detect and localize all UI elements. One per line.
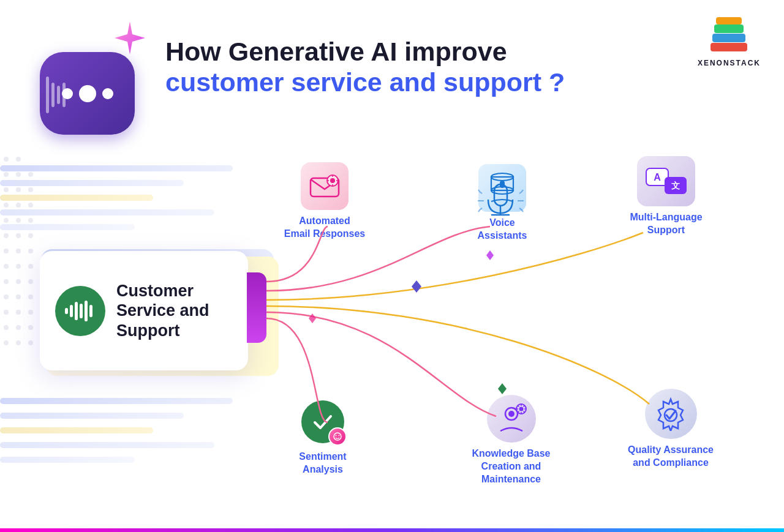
svg-rect-51 xyxy=(89,305,92,317)
decorative-lines-lower xyxy=(0,398,233,463)
card-text: Customer Service and Support xyxy=(116,281,209,340)
svg-point-63 xyxy=(334,433,341,440)
svg-point-28 xyxy=(28,294,33,299)
svg-point-1 xyxy=(16,157,21,162)
svg-rect-47 xyxy=(70,305,73,317)
title-line2: customer service and support ? xyxy=(165,67,565,99)
svg-point-20 xyxy=(4,264,9,269)
svg-point-36 xyxy=(16,340,21,345)
multilang-icon: A 文 xyxy=(637,156,695,206)
email-svg-icon xyxy=(309,173,340,199)
svg-point-64 xyxy=(336,435,337,436)
card-line1: Customer xyxy=(116,282,194,300)
svg-rect-48 xyxy=(75,302,78,320)
svg-point-31 xyxy=(28,310,33,315)
card-line2: Service and xyxy=(116,301,209,320)
svg-rect-44 xyxy=(714,24,744,33)
quality-svg-icon xyxy=(654,397,688,431)
sentiment-icon xyxy=(299,398,347,446)
svg-rect-46 xyxy=(65,308,68,314)
voice-mic-icon xyxy=(475,175,527,227)
svg-rect-43 xyxy=(712,34,745,42)
svg-point-54 xyxy=(330,178,335,183)
svg-rect-41 xyxy=(62,83,66,107)
svg-point-67 xyxy=(508,411,514,417)
topic-multilang: A 文 Multi-LanguageSupport xyxy=(619,156,714,237)
svg-rect-40 xyxy=(57,86,60,104)
svg-point-17 xyxy=(4,249,9,253)
email-label: AutomatedEmail Responses xyxy=(284,215,366,241)
quality-icon xyxy=(645,389,697,439)
topic-knowledge: Knowledge BaseCreation andMaintenance xyxy=(467,395,556,485)
topic-sentiment: SentimentAnalysis xyxy=(283,398,363,476)
svg-rect-50 xyxy=(85,301,88,321)
svg-point-32 xyxy=(4,325,9,330)
knowledge-svg-icon xyxy=(496,403,527,435)
sentiment-label: SentimentAnalysis xyxy=(299,451,346,476)
waveform-icon xyxy=(65,299,96,323)
svg-point-16 xyxy=(28,233,33,238)
customer-service-icon xyxy=(55,286,105,336)
svg-point-37 xyxy=(28,340,33,345)
svg-text:A: A xyxy=(654,172,661,182)
page-title: How Generative AI improve customer servi… xyxy=(165,37,565,99)
connector-bar xyxy=(247,272,266,343)
knowledge-icon xyxy=(487,395,536,443)
svg-point-15 xyxy=(16,233,21,238)
svg-point-26 xyxy=(4,294,9,299)
title-line1: How Generative AI improve xyxy=(165,37,565,67)
topic-email: AutomatedEmail Responses xyxy=(282,162,368,241)
knowledge-label: Knowledge BaseCreation andMaintenance xyxy=(472,448,550,485)
svg-rect-39 xyxy=(51,83,55,107)
svg-point-0 xyxy=(4,157,9,162)
svg-point-69 xyxy=(519,407,523,411)
svg-point-14 xyxy=(4,233,9,238)
svg-rect-71 xyxy=(494,184,507,206)
email-icon xyxy=(301,162,349,210)
ai-robot-icon xyxy=(34,15,156,135)
logo-icon xyxy=(707,17,750,54)
multilang-label: Multi-LanguageSupport xyxy=(630,211,702,237)
decorative-lines xyxy=(0,165,233,230)
xenonstack-logo: XENONSTACK xyxy=(698,17,761,67)
svg-rect-38 xyxy=(46,77,49,113)
multilang-svg-icon: A 文 xyxy=(645,162,688,200)
card-line3: Support xyxy=(116,321,179,340)
central-card: Customer Service and Support xyxy=(40,251,248,370)
svg-point-19 xyxy=(28,249,33,253)
svg-point-30 xyxy=(16,310,21,315)
svg-point-27 xyxy=(16,294,21,299)
topic-quality: Quality Assuranceand Compliance xyxy=(622,389,720,470)
svg-point-29 xyxy=(4,310,9,315)
svg-point-23 xyxy=(4,279,9,284)
svg-point-21 xyxy=(16,264,21,269)
svg-point-35 xyxy=(4,340,9,345)
svg-point-33 xyxy=(16,325,21,330)
svg-point-22 xyxy=(28,264,33,269)
svg-rect-45 xyxy=(716,17,742,24)
svg-point-65 xyxy=(339,435,340,436)
logo-text: XENONSTACK xyxy=(698,59,761,67)
svg-point-18 xyxy=(16,249,21,253)
svg-rect-49 xyxy=(80,304,83,318)
svg-point-25 xyxy=(28,279,33,284)
svg-rect-42 xyxy=(710,43,747,51)
smile-icon xyxy=(333,432,342,441)
quality-label: Quality Assuranceand Compliance xyxy=(628,444,714,470)
sound-wave-icon xyxy=(43,70,67,119)
bottom-gradient-bar xyxy=(0,528,784,532)
svg-text:文: 文 xyxy=(671,181,680,190)
svg-point-24 xyxy=(16,279,21,284)
svg-point-34 xyxy=(28,325,33,330)
